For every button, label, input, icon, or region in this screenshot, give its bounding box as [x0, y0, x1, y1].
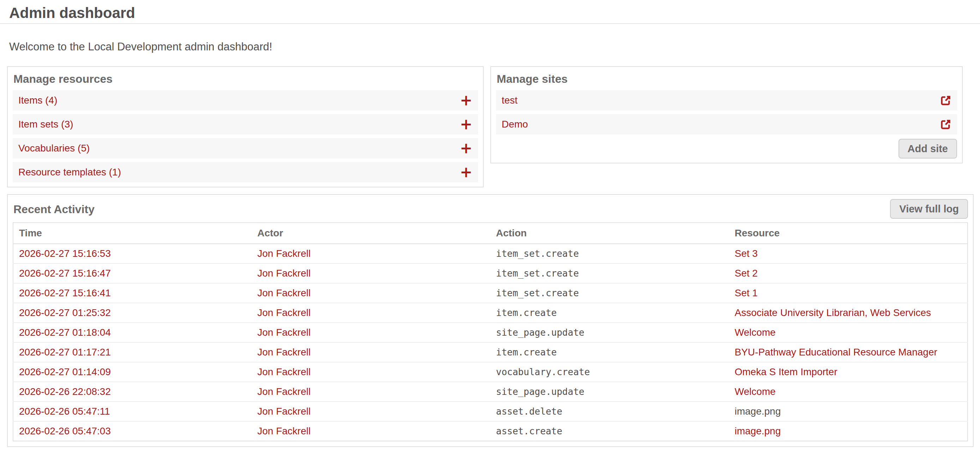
table-row: 2026-02-27 01:17:21 Jon Fackrell item.cr… [13, 342, 968, 362]
table-row: 2026-02-27 15:16:53 Jon Fackrell item_se… [13, 244, 968, 263]
dashboard-panels: Manage resources Items (4) + Item sets (… [7, 66, 980, 187]
item-sets-link[interactable]: Item sets (3) [18, 119, 73, 130]
add-site-row: Add site [496, 139, 957, 158]
site-demo-link[interactable]: Demo [502, 119, 528, 130]
activity-action: asset.delete [496, 406, 562, 417]
table-row: 2026-02-26 05:47:03 Jon Fackrell asset.c… [13, 421, 968, 441]
site-test-link[interactable]: test [502, 95, 517, 106]
table-row: 2026-02-26 22:08:32 Jon Fackrell site_pa… [13, 382, 968, 402]
activity-time-link[interactable]: 2026-02-26 22:08:32 [19, 386, 111, 397]
plus-icon[interactable]: + [460, 93, 473, 108]
activity-actor-link[interactable]: Jon Fackrell [258, 406, 311, 417]
activity-action: vocabulary.create [496, 367, 590, 377]
table-row: 2026-02-27 15:16:41 Jon Fackrell item_se… [13, 283, 968, 303]
activity-resource-link[interactable]: Welcome [735, 386, 776, 397]
column-header-actor: Actor [252, 223, 491, 244]
activity-action: site_page.update [496, 386, 584, 397]
manage-resources-panel: Manage resources Items (4) + Item sets (… [7, 66, 484, 187]
activity-actor-link[interactable]: Jon Fackrell [258, 366, 311, 377]
resource-row-resource-templates: Resource templates (1) + [13, 162, 478, 182]
column-header-resource: Resource [729, 223, 968, 244]
plus-icon[interactable]: + [460, 141, 473, 155]
external-link-icon[interactable] [940, 119, 951, 130]
add-site-button[interactable]: Add site [899, 139, 957, 158]
recent-activity-title: Recent Activity [13, 202, 95, 216]
resource-templates-link[interactable]: Resource templates (1) [18, 166, 121, 178]
activity-actor-link[interactable]: Jon Fackrell [258, 287, 311, 298]
page-header: Admin dashboard [0, 0, 980, 24]
activity-time-link[interactable]: 2026-02-27 15:16:47 [19, 268, 111, 279]
activity-time-link[interactable]: 2026-02-26 05:47:11 [19, 406, 110, 417]
welcome-message: Welcome to the Local Development admin d… [9, 40, 971, 54]
manage-sites-panel: Manage sites test Demo Ad [490, 66, 963, 163]
activity-actor-link[interactable]: Jon Fackrell [258, 268, 311, 279]
manage-sites-title: Manage sites [497, 72, 957, 86]
table-row: 2026-02-27 01:14:09 Jon Fackrell vocabul… [13, 362, 968, 382]
table-row: 2026-02-26 05:47:11 Jon Fackrell asset.d… [13, 402, 968, 421]
resource-row-items: Items (4) + [13, 90, 478, 111]
activity-time-link[interactable]: 2026-02-27 15:16:53 [19, 248, 111, 259]
activity-resource-link[interactable]: BYU-Pathway Educational Resource Manager [735, 347, 937, 358]
recent-activity-panel: Recent Activity View full log Time Actor… [7, 194, 974, 447]
activity-time-link[interactable]: 2026-02-26 05:47:03 [19, 426, 111, 436]
manage-resources-title: Manage resources [13, 72, 478, 86]
activity-actor-link[interactable]: Jon Fackrell [258, 347, 311, 358]
activity-actor-link[interactable]: Jon Fackrell [258, 307, 311, 318]
table-row: 2026-02-27 15:16:47 Jon Fackrell item_se… [13, 263, 968, 283]
activity-resource-link[interactable]: Omeka S Item Importer [735, 366, 837, 377]
recent-activity-header: Recent Activity View full log [13, 199, 968, 219]
activity-time-link[interactable]: 2026-02-27 15:16:41 [19, 287, 111, 298]
activity-action: item_set.create [496, 248, 579, 259]
activity-actor-link[interactable]: Jon Fackrell [258, 248, 311, 259]
site-row-demo: Demo [496, 114, 957, 135]
activity-resource-link[interactable]: Set 3 [735, 248, 758, 259]
plus-icon[interactable]: + [460, 117, 473, 131]
view-full-log-button[interactable]: View full log [890, 199, 968, 219]
activity-resource-link[interactable]: Associate University Librarian, Web Serv… [735, 307, 931, 318]
resource-row-item-sets: Item sets (3) + [13, 114, 478, 135]
activity-resource-link[interactable]: Set 2 [735, 268, 758, 279]
activity-resource-link[interactable]: Welcome [735, 327, 776, 338]
table-row: 2026-02-27 01:18:04 Jon Fackrell site_pa… [13, 323, 968, 342]
page-title: Admin dashboard [9, 3, 971, 22]
activity-time-link[interactable]: 2026-02-27 01:14:09 [19, 366, 111, 377]
vocabularies-link[interactable]: Vocabularies (5) [18, 143, 90, 154]
activity-action: asset.create [496, 426, 562, 436]
items-link[interactable]: Items (4) [18, 95, 57, 106]
activity-action: item_set.create [496, 288, 579, 298]
activity-action: site_page.update [496, 327, 584, 338]
activity-action: item.create [496, 347, 557, 358]
column-header-action: Action [490, 223, 729, 244]
activity-actor-link[interactable]: Jon Fackrell [258, 327, 311, 338]
activity-resource-link[interactable]: Set 1 [735, 287, 758, 298]
site-row-test: test [496, 90, 957, 111]
activity-action: item.create [496, 307, 557, 318]
activity-actor-link[interactable]: Jon Fackrell [258, 426, 311, 436]
plus-icon[interactable]: + [460, 165, 473, 179]
activity-time-link[interactable]: 2026-02-27 01:18:04 [19, 327, 111, 338]
column-header-time: Time [13, 223, 252, 244]
activity-resource-link[interactable]: image.png [735, 426, 781, 436]
activity-action: item_set.create [496, 268, 579, 279]
table-header-row: Time Actor Action Resource [13, 223, 968, 244]
resource-row-vocabularies: Vocabularies (5) + [13, 138, 478, 158]
table-row: 2026-02-27 01:25:32 Jon Fackrell item.cr… [13, 303, 968, 323]
activity-time-link[interactable]: 2026-02-27 01:25:32 [19, 307, 111, 318]
activity-time-link[interactable]: 2026-02-27 01:17:21 [19, 347, 111, 358]
activity-resource-text: image.png [735, 406, 781, 417]
external-link-icon[interactable] [940, 95, 951, 106]
activity-actor-link[interactable]: Jon Fackrell [258, 386, 311, 397]
activity-table: Time Actor Action Resource 2026-02-27 15… [13, 222, 968, 441]
